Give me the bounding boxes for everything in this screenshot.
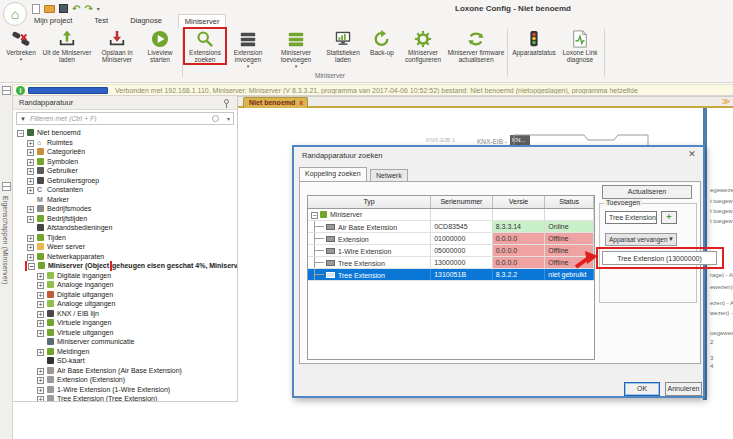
tree-item-virtuele-uitgangen[interactable]: +Virtuele uitgangen xyxy=(13,328,238,338)
filter-dropdown-icon[interactable]: ▾ xyxy=(227,115,230,122)
tree-item-1-wire-extension-1-wire-extension[interactable]: +1-Wire Extension (1-Wire Extension) xyxy=(13,385,238,395)
statistieken-laden-button[interactable]: Statistieken laden xyxy=(321,29,365,63)
menu-tab-diagnose[interactable]: Diagnose xyxy=(124,14,168,28)
menu-tab-test[interactable]: Test xyxy=(88,14,114,28)
verbreken-button[interactable]: Verbreken▾ xyxy=(2,29,40,63)
expand-plus-icon[interactable]: + xyxy=(27,178,34,185)
expand-plus-icon[interactable]: + xyxy=(27,159,34,166)
tree-item-analoge-ingangen[interactable]: +Analoge ingangen xyxy=(13,280,238,290)
tree-item-analoge-uitgangen[interactable]: +Analoge uitgangen xyxy=(13,299,238,309)
back-up-button[interactable]: Back-up xyxy=(365,29,399,56)
liveview-starten-button[interactable]: Liveview starten xyxy=(140,29,180,63)
expand-plus-icon[interactable]: + xyxy=(37,320,44,327)
collapse-minus-icon[interactable]: − xyxy=(311,212,318,219)
expand-plus-icon[interactable]: + xyxy=(37,387,44,394)
expand-plus-icon[interactable]: + xyxy=(37,377,44,384)
expand-plus-icon[interactable]: + xyxy=(37,330,44,337)
tree-item-bedrijfstijden[interactable]: +Bedrijfstijden xyxy=(13,214,238,224)
table-row[interactable]: Extension010000000.0.0.0Offline xyxy=(308,233,594,245)
miniserver-firmware-actualiseren-button[interactable]: Miniserver firmware actualiseren xyxy=(447,29,505,63)
tree-item-netwerkapparaten[interactable]: +Netwerkapparaten xyxy=(13,252,238,262)
tree-item-extension-extension[interactable]: +Extension (Extension) xyxy=(13,375,238,385)
expand-plus-icon[interactable]: + xyxy=(27,187,34,194)
tree-item-air-base-extension-air-base-extension[interactable]: +Air Base Extension (Air Base Extension) xyxy=(13,366,238,376)
document-tab[interactable]: Niet benoemdx xyxy=(243,97,308,108)
tab-netwerk[interactable]: Netwerk xyxy=(370,169,408,181)
collapse-minus-icon[interactable]: − xyxy=(28,263,35,270)
dialog-close-icon[interactable]: ✕ xyxy=(687,149,697,159)
tree-item-constanten[interactable]: +CConstanten xyxy=(13,185,238,195)
properties-panel-icon[interactable] xyxy=(2,182,11,191)
undo-icon[interactable]: ↶ xyxy=(72,4,80,14)
column-header-typ[interactable]: Typ xyxy=(308,196,431,208)
expand-plus-icon[interactable]: + xyxy=(37,349,44,356)
expand-plus-icon[interactable]: + xyxy=(37,368,44,375)
extension-invoegen-button[interactable]: Extension invoegen▾ xyxy=(225,29,271,70)
tree-item-miniserver-communicatie[interactable]: Miniserver communicatie xyxy=(13,337,238,347)
tree-item-digitale-ingangen[interactable]: +Digitale ingangen xyxy=(13,271,238,281)
new-document-icon[interactable] xyxy=(32,4,40,14)
tree-item-weer-server[interactable]: +Weer server xyxy=(13,242,238,252)
filter-input[interactable] xyxy=(30,113,200,124)
tree-item-niet-benoemd[interactable]: −Niet benoemd xyxy=(13,128,238,138)
opslaan-in-miniserver-button[interactable]: Opslaan in Miniserver xyxy=(94,29,140,63)
tree-item-sd-kaart[interactable]: SD-kaart xyxy=(13,356,238,366)
expand-plus-icon[interactable]: + xyxy=(37,311,44,318)
cancel-button[interactable]: Annuleren xyxy=(665,382,702,396)
replace-device-dropdown[interactable]: Apparaat vervangen▼ xyxy=(605,233,677,246)
extensions-zoeken-button[interactable]: Extensions zoeken xyxy=(185,29,225,63)
quickbar-more-icon[interactable]: ▾ xyxy=(97,5,100,12)
expand-plus-icon[interactable]: + xyxy=(37,282,44,289)
expand-plus-icon[interactable]: + xyxy=(27,254,34,261)
expand-plus-icon[interactable]: + xyxy=(27,149,34,156)
tree-item-tree-extension-tree-extension[interactable]: +Tree Extension (Tree Extension) xyxy=(13,394,238,402)
table-row[interactable]: Tree Extension1310051B8.3.2.2niet gebrui… xyxy=(308,269,594,281)
miniserver-configureren-button[interactable]: Miniserver configureren xyxy=(399,29,447,63)
expand-plus-icon[interactable]: + xyxy=(37,292,44,299)
tree-item-ruimtes[interactable]: +⌂Ruimtes xyxy=(13,138,238,148)
column-header-versie[interactable]: Versie xyxy=(493,196,546,208)
expand-plus-icon[interactable]: + xyxy=(37,301,44,308)
close-tab-icon[interactable]: x xyxy=(299,99,303,106)
table-row[interactable]: Tree Extension130000000.0.0.0Offline xyxy=(308,257,594,269)
tree-item-miniserver-object[interactable]: −Miniserver (Object geheugen eisen gesch… xyxy=(13,261,238,271)
pin-icon[interactable] xyxy=(224,99,229,104)
tree-item-tijden[interactable]: +Tijden xyxy=(13,233,238,243)
expand-plus-icon[interactable]: + xyxy=(27,168,34,175)
tree-item-afstandsbedieningen[interactable]: Afstandsbedieningen xyxy=(13,223,238,233)
uit-de-miniserver-laden-button[interactable]: Uit de Miniserver laden xyxy=(40,29,94,63)
expand-plus-icon[interactable]: + xyxy=(27,140,34,147)
properties-panel-tab[interactable]: Eigenschappen (Miniserver) xyxy=(2,196,9,285)
table-row[interactable]: −Miniserver xyxy=(308,209,594,221)
apparaatstatus-button[interactable]: Apparaatstatus xyxy=(510,29,558,56)
collapse-minus-icon[interactable]: − xyxy=(17,130,24,137)
expand-plus-icon[interactable]: + xyxy=(27,206,34,213)
expand-plus-icon[interactable]: + xyxy=(27,235,34,242)
tab-koppeling-zoeken[interactable]: Koppeling zoeken xyxy=(299,167,367,181)
panel-grid-icon[interactable] xyxy=(2,86,11,95)
tree-item-gebruiker[interactable]: +Gebruiker xyxy=(13,166,238,176)
column-header-serienummer[interactable]: Serienummer xyxy=(431,196,493,208)
tree-item-symbolen[interactable]: +Symbolen xyxy=(13,157,238,167)
loxone-link-diagnose-button[interactable]: Loxone Link diagnose xyxy=(558,29,602,63)
expand-plus-icon[interactable]: + xyxy=(37,273,44,280)
table-row[interactable]: Air Base Extension0CD835458.3.3.14Online xyxy=(308,221,594,233)
expand-plus-icon[interactable]: + xyxy=(37,396,44,402)
table-row[interactable]: 1-Wire Extension050000000.0.0.0Offline xyxy=(308,245,594,257)
tree-item-categorie-n[interactable]: +Categorieën xyxy=(13,147,238,157)
menu-tab-mijn-project[interactable]: Mijn project xyxy=(28,14,78,28)
column-header-status[interactable]: Status xyxy=(545,196,594,208)
add-device-button[interactable]: + xyxy=(661,211,677,224)
tree-item-knx-eib-lijn[interactable]: +KNX / EIB lijn xyxy=(13,309,238,319)
expand-plus-icon[interactable]: + xyxy=(27,216,34,223)
save-icon[interactable] xyxy=(59,4,68,13)
open-folder-icon[interactable] xyxy=(44,5,55,13)
filter-clear-icon[interactable] xyxy=(212,115,219,122)
redo-icon[interactable]: ↷ xyxy=(84,4,92,14)
refresh-button[interactable]: Actualiseren xyxy=(602,185,692,199)
tree-item-marker[interactable]: MMarker xyxy=(13,195,238,205)
tree-item-gebruikersgroep[interactable]: +Gebruikersgroep xyxy=(13,176,238,186)
add-device-field[interactable]: Tree Extension xyxy=(605,211,657,224)
expand-plus-icon[interactable]: + xyxy=(27,244,34,251)
home-button[interactable]: ⌂ xyxy=(3,2,27,26)
